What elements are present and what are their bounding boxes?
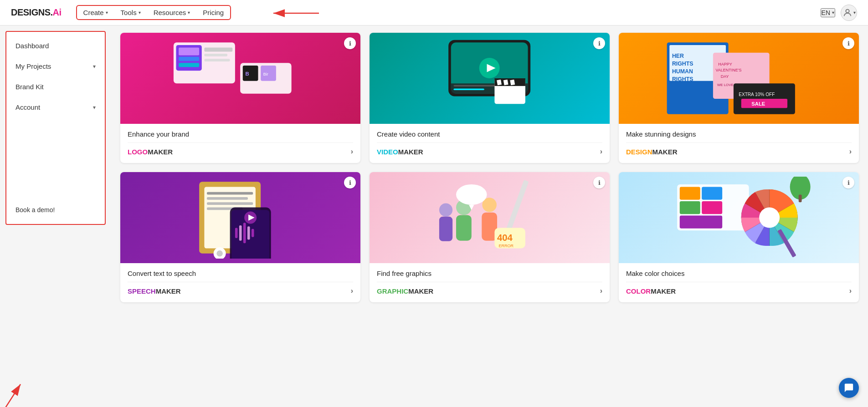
svg-rect-12 [205,59,230,61]
svg-rect-9 [179,63,199,67]
svg-rect-54 [239,225,242,241]
svg-rect-55 [243,223,246,243]
svg-point-68 [439,204,452,217]
sidebar-item-account[interactable]: Account ▾ [6,97,105,117]
svg-point-70 [456,184,487,205]
card-designmaker-image: HER RIGHTS HUMAN RIGHTS HAPPY VALENTINE'… [619,33,859,124]
speechmaker-svg [132,177,348,259]
nav-pricing[interactable]: Pricing [196,6,230,19]
svg-rect-57 [252,229,254,237]
sidebar: Dashboard My Projects ▾ Brand Kit Accoun… [5,31,106,225]
card-colormaker-link-part2: MAKER [651,287,676,295]
language-button[interactable]: EN ▾ [821,8,835,17]
card-videomaker-link[interactable]: VIDEOMAKER › [377,142,602,156]
sidebar-arrow-annotation [0,380,36,407]
card-logomaker-link-part1: LOGO [128,148,148,156]
svg-text:VALENTINE'S: VALENTINE'S [716,68,742,72]
nav-tools[interactable]: Tools ▾ [114,6,147,19]
nav-resources[interactable]: Resources ▾ [147,6,197,19]
card-graphics-link-part1: GRAPHIC [377,287,408,295]
sidebar-container: Dashboard My Projects ▾ Brand Kit Accoun… [0,25,111,407]
svg-rect-85 [799,194,802,202]
svg-text:SALE: SALE [752,101,766,107]
card-speechmaker-link-text: SPEECHMAKER [128,287,181,295]
card-colormaker-link-text: COLORMAKER [626,287,676,295]
card-designmaker-chevron: › [849,148,852,156]
card-speechmaker: ℹ Convert text to speech SPEECHMAKER › [120,172,360,302]
card-logomaker-chevron: › [351,148,353,156]
card-colormaker-link[interactable]: COLORMAKER › [626,282,852,295]
sidebar-book-demo[interactable]: Book a demo! [6,199,105,220]
card-logomaker-info[interactable]: ℹ [344,37,356,49]
card-graphics: 404 ERROR ℹ Find free graphics GRAPHICMA… [370,172,610,302]
card-logomaker-link-part2: MAKER [148,148,173,156]
chat-button[interactable] [839,378,859,398]
main-layout: Dashboard My Projects ▾ Brand Kit Accoun… [0,25,868,407]
svg-rect-10 [205,48,233,52]
card-graphics-link-text: GRAPHICMAKER [377,287,433,295]
logo[interactable]: DESIGNS.Ai [11,7,62,18]
svg-text:Bir: Bir [263,72,268,76]
card-videomaker-mock [370,33,610,124]
svg-rect-48 [207,197,248,200]
colormaker-svg [631,177,847,259]
card-speechmaker-link[interactable]: SPEECHMAKER › [128,282,353,295]
card-logomaker-mock: B Bir [120,33,360,124]
card-videomaker-link-text: VIDEOMAKER [377,148,423,156]
card-colormaker-image: ℹ [619,172,859,263]
svg-rect-56 [247,226,250,239]
card-speechmaker-image: ℹ [120,172,360,263]
svg-text:HER: HER [672,53,684,59]
card-colormaker-chevron: › [849,287,852,295]
card-videomaker-image: ℹ [370,33,610,124]
svg-text:ERROR: ERROR [499,244,514,248]
card-speechmaker-info[interactable]: ℹ [344,177,356,188]
card-designmaker-link[interactable]: DESIGNMAKER › [626,142,852,156]
sidebar-item-dashboard[interactable]: Dashboard [6,36,105,56]
svg-rect-78 [680,201,700,214]
svg-text:RIGHTS: RIGHTS [672,76,693,82]
svg-rect-24 [454,89,485,90]
svg-rect-65 [456,215,472,240]
user-avatar-button[interactable]: ▾ [841,5,857,21]
svg-rect-28 [503,80,508,86]
card-videomaker-info[interactable]: ℹ [593,37,605,49]
card-designmaker-info[interactable]: ℹ [842,37,854,49]
card-colormaker-body: Make color choices COLORMAKER › [619,263,859,302]
sidebar-item-my-projects[interactable]: My Projects ▾ [6,56,105,76]
nav-tools-chevron: ▾ [139,10,141,15]
svg-text:HAPPY: HAPPY [718,62,732,66]
svg-rect-76 [680,187,700,200]
card-graphics-image: 404 ERROR ℹ [370,172,610,263]
sidebar-dashboard-label: Dashboard [15,42,49,50]
sidebar-item-brand-kit[interactable]: Brand Kit [6,76,105,97]
card-videomaker-link-part2: MAKER [398,148,423,156]
card-graphics-link[interactable]: GRAPHICMAKER › [377,282,602,295]
header-right: EN ▾ ▾ [821,5,857,21]
card-colormaker-info[interactable]: ℹ [842,177,854,188]
book-demo-label: Book a demo! [15,206,55,214]
nav-create-chevron: ▾ [106,10,108,15]
card-graphics-info[interactable]: ℹ [593,177,605,188]
nav-pricing-label: Pricing [203,9,224,16]
card-speechmaker-body: Convert text to speech SPEECHMAKER › [120,263,360,302]
card-logomaker-link-text: LOGOMAKER [128,148,173,156]
card-speechmaker-link-part1: SPEECH [128,287,156,295]
svg-rect-7 [179,48,199,56]
svg-rect-77 [702,187,722,200]
card-logomaker-link[interactable]: LOGOMAKER › [128,142,353,156]
nav-create[interactable]: Create ▾ [77,6,114,19]
card-speechmaker-mock [120,172,360,263]
card-speechmaker-chevron: › [351,287,353,295]
nav-resources-label: Resources [154,9,186,16]
main-nav: Create ▾ Tools ▾ Resources ▾ Pricing [76,5,231,20]
svg-rect-62 [507,180,529,230]
card-graphics-body: Find free graphics GRAPHICMAKER › [370,263,610,302]
card-videomaker-body: Create video content VIDEOMAKER › [370,124,610,163]
svg-rect-53 [235,228,238,239]
lang-chevron: ▾ [832,10,834,15]
svg-text:404: 404 [497,233,513,243]
svg-text:EXTRA 10% OFF: EXTRA 10% OFF [739,92,775,97]
sidebar-account-chevron: ▾ [93,104,96,111]
svg-rect-80 [680,216,722,229]
